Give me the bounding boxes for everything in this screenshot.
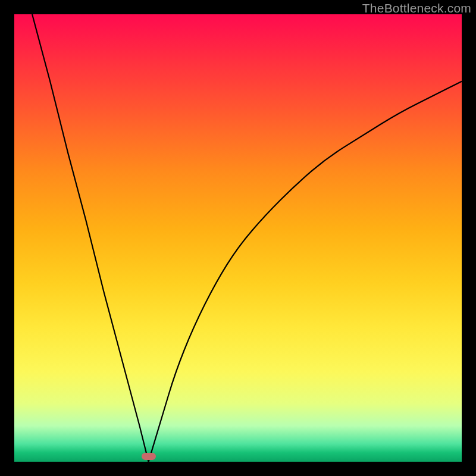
plot-area bbox=[14, 14, 462, 462]
curve-left-branch bbox=[32, 14, 149, 462]
watermark-text: TheBottleneck.com bbox=[362, 1, 471, 15]
bottleneck-marker bbox=[142, 453, 156, 460]
curve-right-branch bbox=[149, 82, 462, 462]
curve-svg bbox=[14, 14, 462, 462]
chart-frame: TheBottleneck.com bbox=[0, 0, 476, 476]
